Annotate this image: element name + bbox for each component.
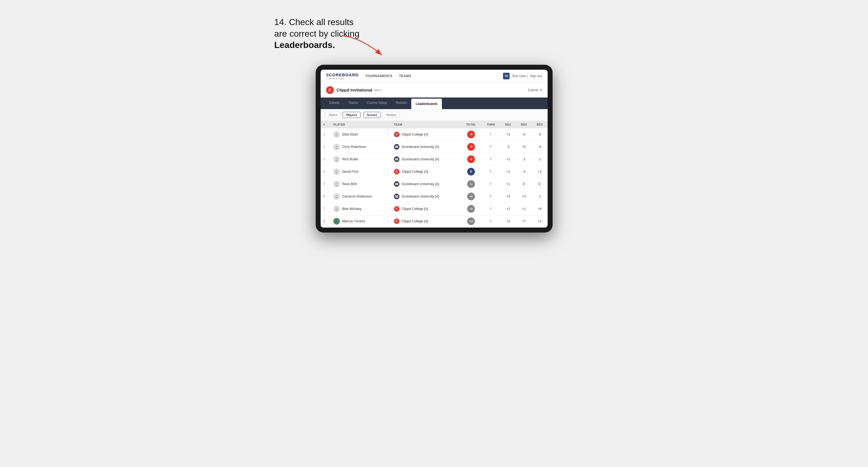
table-row: 5Rees BrittScoreboard University [A]+1F+… xyxy=(321,178,548,190)
cell-thru: F xyxy=(482,153,500,165)
cell-thru: F xyxy=(482,165,500,178)
team-logo: C xyxy=(394,169,399,175)
table-row: 4David FordCClippd College [A]EF+1-4+3 xyxy=(321,165,548,178)
table-row: 2Chris RobertsonScoreboard University [A… xyxy=(321,141,548,153)
filter-players[interactable]: Players xyxy=(343,112,361,118)
score-badge: +11 xyxy=(467,217,475,225)
table-header: # PLAYER TEAM TOTAL THRU RD1 RD2 RD3 xyxy=(321,121,548,128)
tournament-header: C Clippd Invitational (Men) Cancel ✕ xyxy=(321,83,548,97)
table-row: 6Cameron RobertsonScoreboard University … xyxy=(321,190,548,203)
svg-point-20 xyxy=(336,195,337,197)
col-rd2: RD2 xyxy=(516,121,532,128)
svg-point-3 xyxy=(336,146,337,147)
team-logo xyxy=(394,181,399,187)
player-name: Rich Butler xyxy=(342,157,359,161)
tab-course-setup[interactable]: Course Setup xyxy=(363,97,392,109)
user-name: Test User | xyxy=(512,74,528,78)
col-total: TOTAL xyxy=(461,121,482,128)
sign-out-link[interactable]: Sign out xyxy=(530,74,542,78)
cell-total: -8 xyxy=(461,128,482,141)
table-row: 1Elliot EbertCClippd College [A]-8F+3-6-… xyxy=(321,128,548,141)
svg-rect-22 xyxy=(395,195,398,196)
cell-rd1: +1 xyxy=(500,178,516,190)
svg-point-21 xyxy=(335,197,338,198)
cell-team: CClippd College [A] xyxy=(391,128,461,141)
cell-thru: F xyxy=(482,178,500,190)
score-badge: +1 xyxy=(467,180,475,188)
tab-details[interactable]: Details xyxy=(325,97,344,109)
cell-total: +9 xyxy=(461,203,482,215)
col-rd3: RD3 xyxy=(532,121,547,128)
filter-bar: Teams Players Scores Strokes xyxy=(321,109,548,121)
player-avatar xyxy=(333,144,340,150)
col-rd1: RD1 xyxy=(500,121,516,128)
cell-team: Scoreboard University [A] xyxy=(391,178,461,190)
col-player: PLAYER xyxy=(331,121,391,128)
svg-rect-24 xyxy=(395,197,398,197)
cell-pos: 4 xyxy=(321,165,331,178)
player-name: Blair McHarg xyxy=(342,207,361,211)
user-avatar: TU xyxy=(503,73,509,79)
cell-player: Rees Britt xyxy=(331,178,391,190)
cell-rd3: -1 xyxy=(532,153,547,165)
tournament-icon: C xyxy=(326,86,334,94)
cell-rd3: +3 xyxy=(532,165,547,178)
nav-teams[interactable]: TEAMS xyxy=(399,74,411,78)
svg-rect-19 xyxy=(395,185,398,185)
filter-teams[interactable]: Teams xyxy=(325,112,341,118)
cell-rd2: +2 xyxy=(516,190,532,203)
cell-rd2: -6 xyxy=(516,128,532,141)
team-logo: C xyxy=(394,206,399,212)
top-nav: SCOREBOARD Powered by clippd TOURNAMENTS… xyxy=(321,70,548,83)
team-logo xyxy=(394,156,399,162)
svg-rect-5 xyxy=(395,146,398,146)
table-row: 7Blair McHargCClippd College [A]+9F+2+1+… xyxy=(321,203,548,215)
filter-scores[interactable]: Scores xyxy=(363,112,381,118)
tab-teams[interactable]: Teams xyxy=(344,97,362,109)
cell-team: Scoreboard University [A] xyxy=(391,153,461,165)
cell-pos: 2 xyxy=(321,141,331,153)
cell-rd1: +5 xyxy=(500,190,516,203)
filter-strokes[interactable]: Strokes xyxy=(382,112,400,118)
cell-total: -4 xyxy=(461,141,482,153)
team-name: Clippd College [A] xyxy=(402,170,428,174)
tab-results[interactable]: Results xyxy=(392,97,411,109)
cell-rd2: +7 xyxy=(516,215,532,227)
tab-bar: Details Teams Course Setup Results Leade… xyxy=(321,97,548,109)
cell-total: +1 xyxy=(461,178,482,190)
svg-point-1 xyxy=(336,133,337,135)
score-badge: -2 xyxy=(467,155,475,163)
cell-total: -2 xyxy=(461,153,482,165)
cancel-button[interactable]: Cancel ✕ xyxy=(528,88,542,92)
tab-leaderboards[interactable]: Leaderboards xyxy=(411,99,442,109)
tournament-name: Clippd Invitational xyxy=(337,88,372,92)
cell-rd3: +6 xyxy=(532,203,547,215)
team-name: Scoreboard University [A] xyxy=(402,145,439,149)
cell-player: Cameron Robertson xyxy=(331,190,391,203)
team-logo xyxy=(394,144,399,150)
cell-pos: 7 xyxy=(321,203,331,215)
svg-point-14 xyxy=(335,172,338,174)
svg-point-13 xyxy=(336,170,337,172)
cell-thru: F xyxy=(482,203,500,215)
leaderboard-table-container: # PLAYER TEAM TOTAL THRU RD1 RD2 RD3 1El… xyxy=(321,121,548,227)
cell-total: E xyxy=(461,165,482,178)
cell-player: David Ford xyxy=(331,165,391,178)
cell-team: CClippd College [A] xyxy=(391,215,461,227)
cell-rd1: +2 xyxy=(500,215,516,227)
col-thru: THRU xyxy=(482,121,500,128)
cell-player: 👤Marcus Turners xyxy=(331,215,391,227)
cell-pos: 6 xyxy=(321,190,331,203)
cell-pos: 1 xyxy=(321,128,331,141)
team-logo: C xyxy=(394,218,399,224)
cell-rd3: +2 xyxy=(532,215,547,227)
team-name: Clippd College [A] xyxy=(402,207,428,211)
player-avatar xyxy=(333,131,340,138)
tournament-badge: (Men) xyxy=(374,88,382,92)
leaderboard-table: # PLAYER TEAM TOTAL THRU RD1 RD2 RD3 1El… xyxy=(321,121,548,227)
nav-tournaments[interactable]: TOURNAMENTS xyxy=(365,74,393,78)
svg-point-4 xyxy=(335,147,338,149)
cell-rd1: +2 xyxy=(500,203,516,215)
cell-player: Rich Butler xyxy=(331,153,391,165)
score-badge: -8 xyxy=(467,131,475,138)
